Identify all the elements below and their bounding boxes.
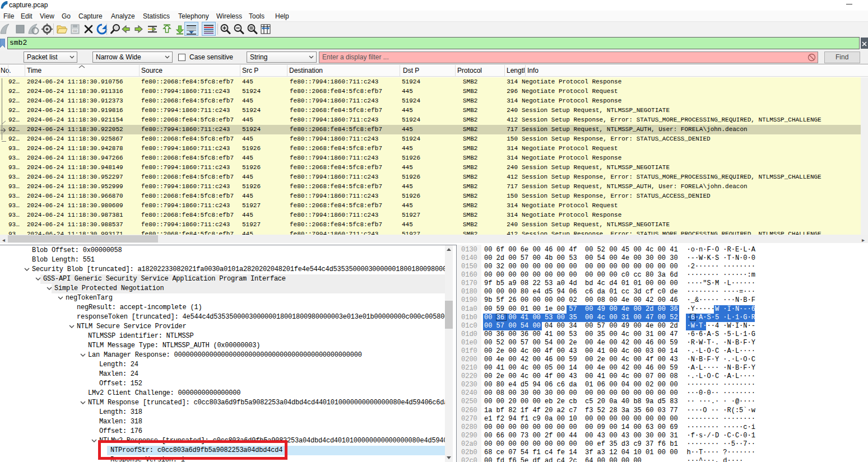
svg-text:010: 010 (73, 30, 77, 32)
